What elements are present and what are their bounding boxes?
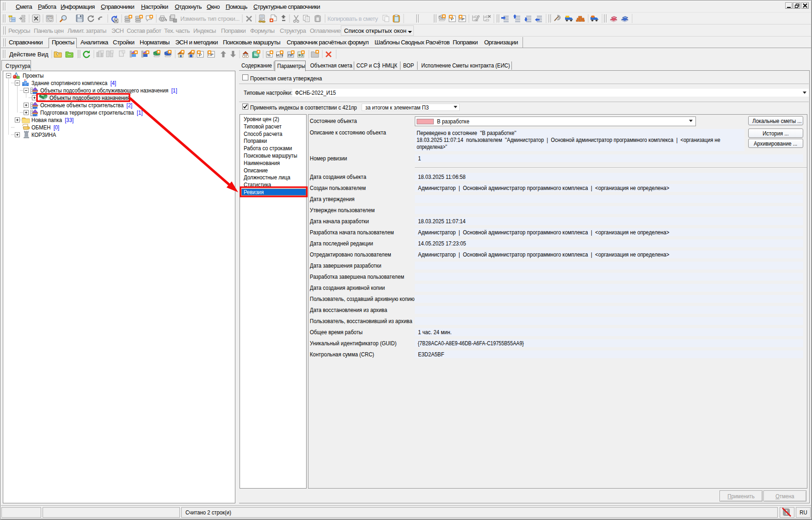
svg-text:PDF: PDF bbox=[47, 16, 53, 19]
svg-text:М29: М29 bbox=[277, 53, 283, 57]
svg-text:%: % bbox=[267, 53, 271, 57]
